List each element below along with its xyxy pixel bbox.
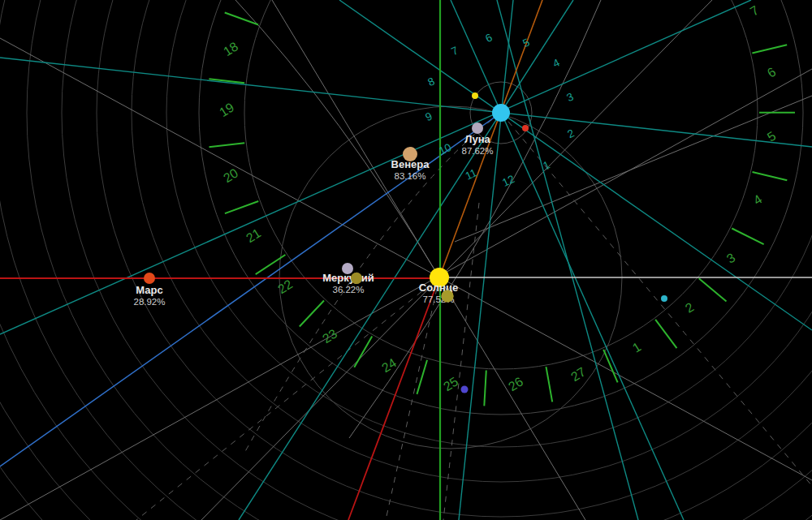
red-dot[interactable] [522,125,529,131]
planet-illumination: 83.16% [394,171,425,181]
planet-dot-луна[interactable] [492,104,510,122]
cyan-dot[interactable] [661,295,667,302]
planet-label: Меркурий [322,272,374,284]
planet-illumination: 28.92% [133,297,165,307]
planet-label: Солнце [419,281,458,294]
sky-canvas[interactable]: 1234567181920212223242526271234567891011… [0,0,812,520]
violet-dot[interactable] [461,386,469,393]
olive-dot-mercury[interactable] [351,273,362,284]
planet-label: Луна [464,133,490,145]
planet-label: Венера [391,158,430,170]
lavender-dot-moon[interactable] [472,122,483,134]
planet-label: Марс [136,284,162,296]
planet-illumination: 36.22% [332,285,364,294]
planet-dot-марс[interactable] [144,273,155,284]
sky-chart-app: 1234567181920212223242526271234567891011… [0,0,812,520]
olive-dot-sun[interactable] [442,290,454,303]
yellow-dot[interactable] [472,92,478,99]
planet-illumination: 87.62% [461,146,493,156]
